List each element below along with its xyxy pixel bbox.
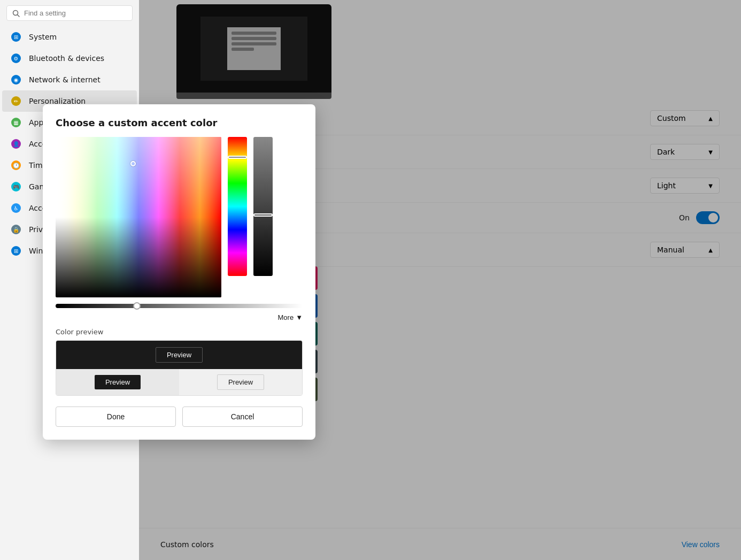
accounts-icon: 👤: [11, 139, 21, 149]
search-input[interactable]: [24, 9, 127, 17]
svg-line-1: [18, 14, 20, 17]
windows-icon: ⊞: [11, 246, 21, 256]
hue-slider-column: [228, 137, 247, 297]
alpha-bar[interactable]: [253, 137, 273, 276]
dialog-buttons: Done Cancel: [56, 406, 303, 427]
alpha-thumb[interactable]: [253, 213, 273, 217]
sidebar-item-system[interactable]: ⊞ System: [2, 26, 137, 48]
gradient-canvas[interactable]: [56, 137, 221, 297]
color-preview-label: Color preview: [56, 328, 303, 336]
opacity-track[interactable]: [56, 304, 303, 308]
color-picker-area: [56, 137, 303, 297]
preview-light-light-button[interactable]: Preview: [217, 374, 264, 390]
hue-thumb[interactable]: [228, 156, 247, 159]
preview-light-left: Preview: [56, 369, 179, 395]
more-row: More ▼: [56, 313, 303, 321]
opacity-slider-row: [56, 304, 303, 308]
network-icon: ◉: [11, 74, 21, 85]
search-box[interactable]: [6, 5, 133, 21]
accessibility-icon: ♿: [11, 203, 21, 213]
more-button[interactable]: More ▼: [278, 313, 303, 321]
dialog-title: Choose a custom accent color: [56, 117, 303, 128]
sidebar-item-bluetooth[interactable]: ⚙ Bluetooth & devices: [2, 48, 137, 69]
bluetooth-icon: ⚙: [11, 53, 21, 64]
sidebar-item-label: System: [29, 33, 57, 41]
preview-light-row: Preview Preview: [56, 369, 302, 395]
sidebar-item-label: Network & internet: [29, 75, 101, 84]
preview-light-right: Preview: [179, 369, 302, 395]
personalization-icon: ✏: [11, 96, 21, 106]
chevron-down-icon-3: ▼: [296, 313, 303, 321]
time-icon: 🕐: [11, 160, 21, 171]
sidebar-item-label: Bluetooth & devices: [29, 54, 104, 63]
preview-light-dark-button[interactable]: Preview: [95, 375, 141, 389]
color-picker-dialog: Choose a custom accent color More: [43, 104, 315, 440]
apps-icon: ▦: [11, 117, 21, 128]
gaming-icon: 🎮: [11, 181, 21, 192]
preview-dark-area: Preview: [56, 341, 302, 369]
search-icon: [12, 10, 20, 17]
preview-boxes: Preview Preview Preview: [56, 340, 303, 396]
cancel-button[interactable]: Cancel: [182, 406, 303, 427]
preview-dark-button[interactable]: Preview: [156, 347, 203, 363]
sidebar-item-network[interactable]: ◉ Network & internet: [2, 69, 137, 90]
done-button[interactable]: Done: [56, 406, 176, 427]
opacity-thumb[interactable]: [133, 302, 141, 310]
privacy-icon: 🔒: [11, 224, 21, 235]
alpha-column: [253, 137, 273, 297]
system-icon: ⊞: [11, 32, 21, 42]
dark-gradient-layer: [56, 137, 221, 297]
